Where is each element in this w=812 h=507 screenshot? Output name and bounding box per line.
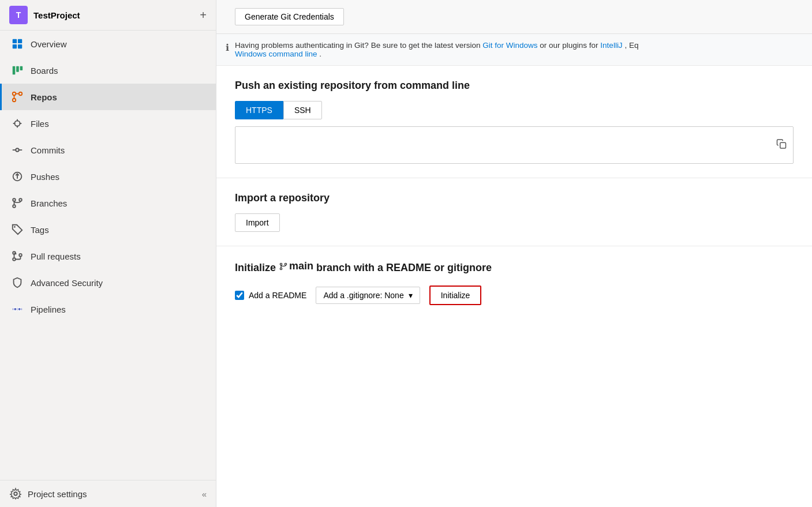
info-icon: ℹ xyxy=(226,42,229,53)
readme-checkbox-label[interactable]: Add a README xyxy=(235,291,306,300)
gitignore-label: Add a .gitignore: None xyxy=(323,291,403,300)
intellij-link[interactable]: IntelliJ xyxy=(600,41,622,50)
push-section-title: Push an existing repository from command… xyxy=(235,80,794,92)
sidebar: T TestProject + Overview xyxy=(0,0,216,507)
project-settings-label: Project settings xyxy=(28,489,87,499)
svg-point-8 xyxy=(13,99,16,102)
project-avatar: T xyxy=(9,6,28,24)
sidebar-item-label: Commits xyxy=(31,145,65,155)
overview-icon xyxy=(11,37,24,50)
repos-icon xyxy=(11,91,24,103)
info-text: Having problems authenticating in Git? B… xyxy=(235,41,638,58)
readme-label: Add a README xyxy=(249,291,306,300)
main-content: Generate Git Credentials ℹ Having proble… xyxy=(216,0,812,507)
generate-credentials-bar: Generate Git Credentials xyxy=(216,0,812,34)
windows-command-line-link[interactable]: Windows command line xyxy=(235,50,317,58)
sidebar-item-label: Advanced Security xyxy=(31,278,103,288)
readme-checkbox[interactable] xyxy=(235,291,244,300)
files-icon xyxy=(11,117,24,130)
project-settings-footer[interactable]: Project settings « xyxy=(0,480,216,507)
import-button[interactable]: Import xyxy=(235,213,280,232)
branches-icon xyxy=(11,197,24,209)
ssh-tab[interactable]: SSH xyxy=(283,101,322,119)
sidebar-item-pipelines[interactable]: Pipelines xyxy=(0,296,216,322)
add-project-button[interactable]: + xyxy=(200,9,207,22)
svg-rect-35 xyxy=(780,142,786,148)
svg-rect-3 xyxy=(18,44,22,48)
svg-point-33 xyxy=(18,307,21,311)
sidebar-item-label: Repos xyxy=(31,92,57,102)
initialize-button[interactable]: Initialize xyxy=(429,286,482,305)
svg-rect-2 xyxy=(13,44,17,48)
svg-point-24 xyxy=(19,198,22,201)
svg-rect-4 xyxy=(13,66,16,75)
push-repo-section: Push an existing repository from command… xyxy=(216,66,812,178)
tags-icon xyxy=(11,223,24,236)
pushes-icon xyxy=(11,170,24,183)
svg-point-17 xyxy=(16,148,19,152)
sidebar-item-label: Overview xyxy=(31,39,67,49)
branch-name: main xyxy=(289,260,313,272)
sidebar-item-tags[interactable]: Tags xyxy=(0,216,216,243)
svg-point-29 xyxy=(19,254,22,257)
settings-icon xyxy=(9,487,22,500)
svg-point-38 xyxy=(285,263,286,265)
commits-icon xyxy=(11,144,24,156)
protocol-tabs: HTTPS SSH xyxy=(235,101,794,119)
sidebar-item-repos[interactable]: Repos xyxy=(0,84,216,110)
svg-point-22 xyxy=(13,198,16,201)
svg-point-34 xyxy=(14,492,17,495)
sidebar-item-label: Tags xyxy=(31,225,49,235)
svg-point-12 xyxy=(14,121,20,126)
advanced-security-icon xyxy=(11,276,24,289)
sidebar-item-files[interactable]: Files xyxy=(0,110,216,137)
svg-rect-6 xyxy=(20,66,23,70)
svg-point-9 xyxy=(19,92,23,96)
import-section-title: Import a repository xyxy=(235,192,794,204)
https-tab[interactable]: HTTPS xyxy=(235,101,283,119)
initialize-row: Add a README Add a .gitignore: None ▾ In… xyxy=(235,286,794,305)
sidebar-nav: Overview Boards xyxy=(0,31,216,480)
pipelines-icon xyxy=(11,303,24,316)
sidebar-item-overview[interactable]: Overview xyxy=(0,31,216,57)
sidebar-item-boards[interactable]: Boards xyxy=(0,57,216,84)
svg-point-36 xyxy=(280,263,282,265)
svg-point-23 xyxy=(13,205,16,208)
sidebar-item-label: Files xyxy=(31,119,49,129)
sidebar-item-pull-requests[interactable]: Pull requests xyxy=(0,243,216,269)
copy-button[interactable] xyxy=(774,136,789,154)
svg-point-28 xyxy=(13,258,16,261)
svg-point-37 xyxy=(280,268,282,269)
sidebar-item-label: Pipelines xyxy=(31,305,66,314)
sidebar-item-branches[interactable]: Branches xyxy=(0,190,216,216)
boards-icon xyxy=(11,64,24,77)
code-area-wrapper xyxy=(235,126,794,164)
svg-rect-1 xyxy=(18,39,22,43)
sidebar-item-label: Boards xyxy=(31,66,58,76)
git-for-windows-link[interactable]: Git for Windows xyxy=(482,41,537,50)
sidebar-item-label: Pushes xyxy=(31,172,59,182)
svg-rect-0 xyxy=(13,39,17,43)
generate-credentials-button[interactable]: Generate Git Credentials xyxy=(235,8,344,25)
sidebar-item-label: Pull requests xyxy=(31,251,81,261)
chevron-down-icon: ▾ xyxy=(409,291,413,300)
sidebar-item-label: Branches xyxy=(31,198,67,208)
info-bar: ℹ Having problems authenticating in Git?… xyxy=(216,34,812,66)
sidebar-item-pushes[interactable]: Pushes xyxy=(0,163,216,190)
sidebar-item-commits[interactable]: Commits xyxy=(0,137,216,163)
pull-requests-icon xyxy=(11,250,24,262)
initialize-section: Initialize main branch with a README or … xyxy=(216,246,812,319)
sidebar-item-advanced-security[interactable]: Advanced Security xyxy=(0,269,216,296)
collapse-icon[interactable]: « xyxy=(202,489,207,499)
branch-icon-inline: main xyxy=(279,260,313,272)
svg-point-7 xyxy=(13,92,16,96)
gitignore-dropdown[interactable]: Add a .gitignore: None ▾ xyxy=(316,287,420,304)
project-name: TestProject xyxy=(33,10,194,20)
svg-rect-5 xyxy=(16,66,19,72)
initialize-title: Initialize main branch with a README or … xyxy=(235,260,794,274)
code-textarea[interactable] xyxy=(235,126,794,164)
svg-point-32 xyxy=(14,307,17,311)
sidebar-header: T TestProject + xyxy=(0,0,216,31)
import-repo-section: Import a repository Import xyxy=(216,178,812,246)
svg-point-26 xyxy=(14,226,16,228)
